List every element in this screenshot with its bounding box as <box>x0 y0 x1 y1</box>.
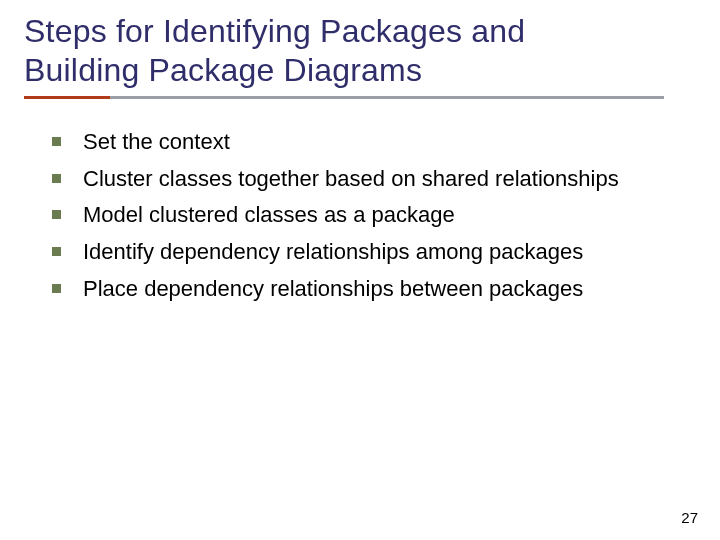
list-item: Cluster classes together based on shared… <box>52 164 686 194</box>
slide-title: Steps for Identifying Packages and Build… <box>24 12 696 90</box>
title-line-2: Building Package Diagrams <box>24 52 422 88</box>
slide: Steps for Identifying Packages and Build… <box>0 0 720 540</box>
list-item-text: Model clustered classes as a package <box>83 200 455 230</box>
list-item: Place dependency relationships between p… <box>52 274 686 304</box>
list-item-text: Set the context <box>83 127 230 157</box>
square-bullet-icon <box>52 174 61 183</box>
bullet-list: Set the context Cluster classes together… <box>24 127 696 303</box>
square-bullet-icon <box>52 210 61 219</box>
underline-gray <box>24 96 664 99</box>
underline-accent <box>24 96 110 99</box>
title-underline <box>24 96 664 99</box>
square-bullet-icon <box>52 284 61 293</box>
square-bullet-icon <box>52 137 61 146</box>
list-item: Identify dependency relationships among … <box>52 237 686 267</box>
square-bullet-icon <box>52 247 61 256</box>
page-number: 27 <box>681 509 698 526</box>
list-item: Set the context <box>52 127 686 157</box>
title-line-1: Steps for Identifying Packages and <box>24 13 525 49</box>
list-item-text: Cluster classes together based on shared… <box>83 164 619 194</box>
title-block: Steps for Identifying Packages and Build… <box>24 12 696 105</box>
list-item-text: Place dependency relationships between p… <box>83 274 583 304</box>
list-item-text: Identify dependency relationships among … <box>83 237 583 267</box>
list-item: Model clustered classes as a package <box>52 200 686 230</box>
